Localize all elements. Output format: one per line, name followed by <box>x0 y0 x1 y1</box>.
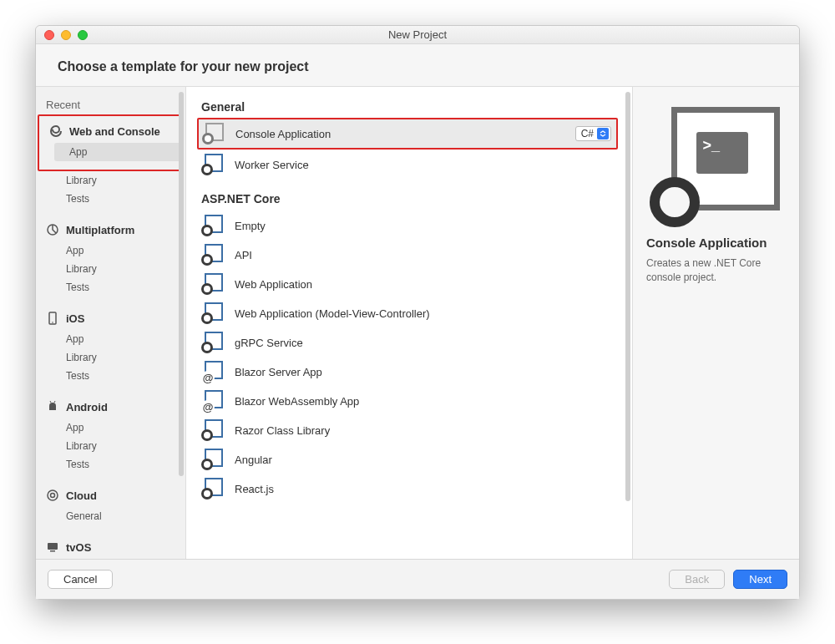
sidebar-item-library[interactable]: Library <box>59 171 185 190</box>
sidebar-item-library[interactable]: Library <box>59 260 185 278</box>
sidebar-item-tests[interactable]: Tests <box>59 278 185 297</box>
category-items-web-rest: Library Tests <box>36 171 185 216</box>
template-label: Worker Service <box>235 159 612 171</box>
target-icon <box>46 489 59 502</box>
template-label: Blazor Server App <box>235 366 612 378</box>
sidebar-item-general[interactable]: General <box>59 507 185 525</box>
template-label: React.js <box>235 483 612 495</box>
template-icon: @ <box>201 390 225 412</box>
template-empty[interactable]: Empty <box>198 211 617 240</box>
template-detail: Console Application Creates a new .NET C… <box>632 87 799 559</box>
language-select[interactable]: C# <box>575 126 611 141</box>
footer: Cancel Back Next <box>36 559 799 599</box>
category-label: Android <box>66 401 108 413</box>
sidebar-item-app[interactable]: App <box>54 143 182 161</box>
template-icon <box>201 215 225 236</box>
template-label: Console Application <box>235 128 565 140</box>
sidebar-item-tests[interactable]: Tests <box>59 190 185 208</box>
sidebar-category-android[interactable]: Android <box>36 393 185 418</box>
template-razor-class-library[interactable]: Razor Class Library <box>198 416 617 444</box>
category-sidebar: Recent Web and Console App Library Tests <box>36 87 186 559</box>
section-title-aspnet: ASP.NET Core <box>198 187 617 210</box>
detail-illustration <box>650 102 783 227</box>
sidebar-category-web-and-console[interactable]: Web and Console <box>39 118 182 143</box>
category-items-android: App Library Tests <box>36 418 185 482</box>
sidebar-scrollbar[interactable] <box>179 92 184 476</box>
template-label: Web Application <box>235 278 612 291</box>
template-angular[interactable]: Angular <box>198 445 617 474</box>
sidebar-item-library[interactable]: Library <box>59 348 185 367</box>
highlight-web-and-console: Web and Console App <box>38 114 184 171</box>
category-label: Multiplatform <box>66 224 134 236</box>
sidebar-category-cloud[interactable]: Cloud <box>36 482 185 507</box>
template-grpc-service[interactable]: gRPC Service <box>198 328 617 357</box>
terminal-icon <box>696 132 748 174</box>
category-label: Web and Console <box>69 125 160 138</box>
category-items-ios: App Library Tests <box>36 330 185 393</box>
template-icon <box>201 478 225 499</box>
sidebar-item-tests[interactable]: Tests <box>59 367 185 385</box>
template-icon <box>201 154 225 175</box>
template-icon <box>201 419 225 441</box>
template-api[interactable]: API <box>198 241 617 269</box>
template-label: Angular <box>235 454 612 466</box>
svg-point-6 <box>51 494 55 498</box>
svg-rect-7 <box>48 543 58 550</box>
template-icon <box>201 332 225 353</box>
sidebar-item-app[interactable]: App <box>59 330 185 348</box>
titlebar: New Project <box>36 26 799 44</box>
template-label: gRPC Service <box>235 337 612 349</box>
window-title: New Project <box>36 28 799 41</box>
category-items-cloud: General <box>36 507 185 534</box>
pie-icon <box>46 223 59 236</box>
sidebar-category-tvos[interactable]: tvOS <box>36 534 185 559</box>
template-icon <box>202 123 225 145</box>
phone-icon <box>46 312 59 325</box>
category-label: iOS <box>66 312 84 325</box>
recent-label: Recent <box>46 99 80 111</box>
sidebar-item-library[interactable]: Library <box>59 437 185 455</box>
template-web-application-mvc[interactable]: Web Application (Model-View-Controller) <box>198 299 617 327</box>
template-label: Web Application (Model-View-Controller) <box>235 307 612 320</box>
template-label: Razor Class Library <box>235 424 612 437</box>
template-web-application[interactable]: Web Application <box>198 270 617 298</box>
content-area: Recent Web and Console App Library Tests <box>36 86 799 559</box>
svg-rect-8 <box>50 550 55 552</box>
template-label: API <box>235 249 612 261</box>
svg-line-4 <box>54 401 55 403</box>
swirl-icon <box>49 124 63 138</box>
template-icon <box>201 302 225 324</box>
template-icon: @ <box>201 361 225 383</box>
svg-point-5 <box>48 490 58 500</box>
template-label: Blazor WebAssembly App <box>235 395 612 408</box>
detail-title: Console Application <box>646 236 786 250</box>
template-icon <box>201 449 225 470</box>
category-items-multiplatform: App Library Tests <box>36 241 185 305</box>
sidebar-category-multiplatform[interactable]: Multiplatform <box>36 216 185 241</box>
sidebar-item-app[interactable]: App <box>59 418 185 437</box>
template-icon <box>201 244 225 266</box>
sidebar-recent[interactable]: Recent <box>36 92 185 116</box>
back-button: Back <box>669 570 725 589</box>
template-blazor-server[interactable]: @ Blazor Server App <box>198 357 617 386</box>
category-label: Cloud <box>66 489 97 502</box>
chevron-updown-icon <box>597 128 609 139</box>
next-button[interactable]: Next <box>733 570 787 589</box>
template-list: General Console Application C# Worker Se… <box>186 87 632 559</box>
sidebar-item-app[interactable]: App <box>59 241 185 260</box>
new-project-window: New Project Choose a template for your n… <box>35 25 800 600</box>
template-reactjs[interactable]: React.js <box>198 474 617 503</box>
sidebar-item-tests[interactable]: Tests <box>59 455 185 474</box>
sidebar-category-ios[interactable]: iOS <box>36 305 185 330</box>
cancel-button[interactable]: Cancel <box>48 570 113 589</box>
template-icon <box>201 273 225 295</box>
category-items-web: App <box>39 143 182 170</box>
detail-description: Creates a new .NET Core console project. <box>646 256 786 285</box>
page-title: Choose a template for your new project <box>36 44 799 86</box>
tv-icon <box>46 540 59 554</box>
templates-scrollbar[interactable] <box>625 92 630 501</box>
template-worker-service[interactable]: Worker Service <box>198 150 617 179</box>
template-blazor-wasm[interactable]: @ Blazor WebAssembly App <box>198 387 617 415</box>
language-value: C# <box>581 128 594 139</box>
template-console-application[interactable]: Console Application C# <box>197 118 618 150</box>
